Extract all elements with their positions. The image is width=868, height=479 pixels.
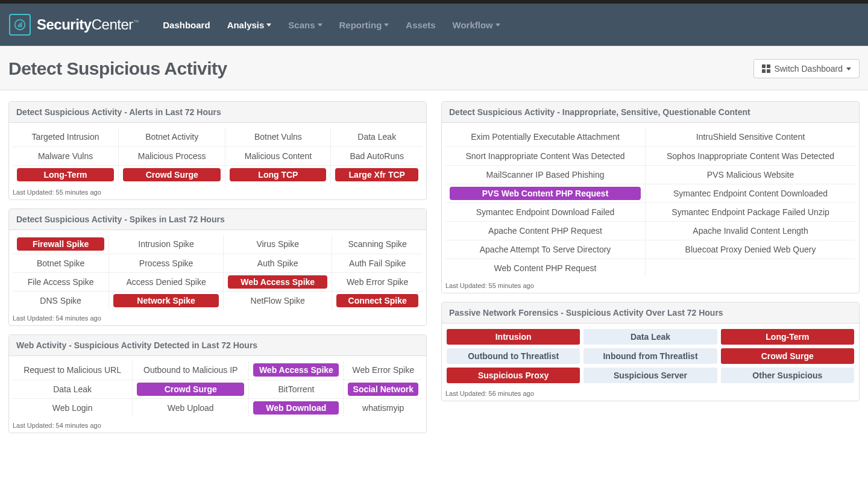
nav-assets[interactable]: Assets (406, 20, 435, 30)
grid-cell[interactable]: IntruShield Sensitive Content (646, 128, 855, 146)
nav-dashboard[interactable]: Dashboard (163, 20, 210, 30)
grid-cell[interactable]: Malicious Process (119, 146, 225, 165)
grid-cell[interactable]: Network Spike (109, 291, 224, 310)
forensics-chip[interactable]: Crowd Surge (721, 348, 854, 364)
alert-pill[interactable]: Long TCP (230, 168, 326, 181)
grid-cell[interactable]: Apache Content PHP Request (445, 221, 646, 240)
alert-pill[interactable]: Connect Spike (336, 294, 418, 307)
grid-cell[interactable]: Web Access Spike (224, 272, 332, 291)
grid-cell[interactable]: Request to Malicious URL (13, 361, 133, 380)
forensics-chip[interactable]: Outbound to Threatlist (447, 348, 580, 364)
alert-pill[interactable]: Crowd Surge (123, 168, 221, 181)
brand-logo[interactable]: SecurityCenter™ (9, 14, 139, 36)
navbar: SecurityCenter™ Dashboard Analysis Scans… (0, 4, 868, 46)
grid-cell[interactable]: File Access Spike (13, 272, 109, 291)
grid-cell[interactable]: NetFlow Spike (224, 291, 332, 310)
switch-dashboard-button[interactable]: Switch Dashboard (753, 59, 860, 78)
grid-cell[interactable]: Data Leak (13, 380, 133, 398)
forensics-chip[interactable]: Suspicious Proxy (447, 368, 580, 383)
grid-cell[interactable]: whatismyip (344, 398, 423, 417)
grid-cell[interactable]: Scanning Spike (332, 235, 423, 254)
nav-reporting[interactable]: Reporting (339, 20, 389, 30)
page-title: Detect Suspicious Activity (8, 58, 227, 79)
alert-pill[interactable]: Large Xfr TCP (335, 168, 418, 181)
grid-cell[interactable] (646, 258, 855, 277)
grid-cell[interactable]: Web Upload (133, 398, 249, 417)
forensics-chip[interactable]: Other Suspicious (721, 368, 854, 383)
forensics-chip[interactable]: Data Leak (583, 329, 717, 345)
grid-cell[interactable]: MailScanner IP Based Phishing (445, 165, 646, 184)
forensics-chip[interactable]: Inbound from Threatlist (583, 348, 717, 364)
alert-pill[interactable]: Social Network (348, 383, 418, 396)
grid-cell[interactable]: Connect Spike (332, 291, 423, 310)
grid-cell[interactable]: Apache Invalid Content Length (646, 221, 855, 240)
grid-cell[interactable]: Snort Inappropriate Content Was Detected (445, 146, 646, 165)
grid-cell[interactable]: Auth Fail Spike (332, 254, 423, 272)
nav-workflow[interactable]: Workflow (453, 20, 500, 30)
grid-cell[interactable]: Crowd Surge (133, 380, 249, 398)
grid-cell[interactable]: Apache Attempt To Serve Directory (445, 240, 646, 258)
grid-cell[interactable]: Data Leak (331, 128, 423, 146)
grid-cell[interactable]: PVS Malicious Website (646, 165, 855, 184)
grid-cell[interactable]: Outbound to Malicious IP (133, 361, 249, 380)
caret-icon (495, 23, 500, 27)
grid-cell[interactable]: Sophos Inappropriate Content Was Detecte… (646, 146, 855, 165)
grid-cell[interactable]: Web Content PHP Request (445, 258, 646, 277)
caret-icon (384, 23, 389, 27)
alert-pill[interactable]: Web Access Spike (253, 363, 339, 377)
panel-alerts: Detect Suspicious Activity - Alerts in L… (8, 101, 427, 200)
grid-cell[interactable]: Auth Spike (224, 254, 332, 272)
grid-cell[interactable]: Web Error Spike (332, 272, 423, 291)
grid-cell[interactable]: Web Error Spike (344, 361, 423, 380)
svg-rect-6 (762, 69, 766, 73)
svg-rect-7 (767, 69, 770, 73)
nav-scans[interactable]: Scans (288, 20, 322, 30)
last-updated: Last Updated: 54 minutes ago (9, 419, 426, 433)
grid-cell[interactable]: Virus Spike (224, 235, 332, 254)
grid-cell[interactable]: Long-Term (13, 165, 119, 184)
grid-cell[interactable]: Bluecoat Proxy Denied Web Query (646, 240, 855, 258)
grid-cell[interactable]: Botnet Spike (13, 254, 109, 272)
alert-pill[interactable]: Crowd Surge (137, 383, 244, 396)
grid-cell[interactable]: Access Denied Spike (109, 272, 224, 291)
alert-pill[interactable]: Web Access Spike (228, 275, 327, 289)
grid-cell[interactable]: Crowd Surge (119, 165, 225, 184)
grid-cell[interactable]: Botnet Activity (119, 128, 225, 146)
grid-cell[interactable]: Web Login (13, 398, 133, 417)
grid-cell[interactable]: Malicious Content (225, 146, 331, 165)
grid-cell[interactable]: Targeted Intrusion (13, 128, 119, 146)
alerts-grid: Targeted IntrusionBotnet ActivityBotnet … (13, 128, 423, 184)
nav-analysis-label: Analysis (227, 20, 265, 30)
grid-cell[interactable]: Symantec Endpoint Content Downloaded (646, 184, 855, 202)
nav-analysis[interactable]: Analysis (227, 20, 272, 30)
grid-cell[interactable]: Large Xfr TCP (331, 165, 423, 184)
grid-cell[interactable]: BitTorrent (249, 380, 344, 398)
spikes-grid: Firewall SpikeIntrusion SpikeVirus Spike… (13, 235, 423, 310)
grid-cell[interactable]: Bad AutoRuns (331, 146, 423, 165)
alert-pill[interactable]: Long-Term (17, 168, 114, 181)
grid-cell[interactable]: Firewall Spike (13, 235, 109, 254)
grid-cell[interactable]: Intrusion Spike (109, 235, 224, 254)
grid-cell[interactable]: Malware Vulns (13, 146, 119, 165)
grid-cell[interactable]: PVS Web Content PHP Request (445, 184, 646, 202)
grid-cell[interactable]: Web Download (249, 398, 344, 417)
svg-rect-4 (762, 64, 766, 68)
alert-pill[interactable]: Firewall Spike (17, 237, 104, 251)
grid-cell[interactable]: Web Access Spike (249, 361, 344, 380)
grid-cell[interactable]: DNS Spike (13, 291, 109, 310)
grid-cell[interactable]: Process Spike (109, 254, 224, 272)
grid-cell[interactable]: Symantec Endpoint Download Failed (445, 202, 646, 221)
alert-pill[interactable]: PVS Web Content PHP Request (450, 187, 641, 200)
grid-cell[interactable]: Botnet Vulns (225, 128, 331, 146)
grid-cell[interactable]: Social Network (344, 380, 423, 398)
grid-cell[interactable]: Symantec Endpoint Package Failed Unzip (646, 202, 855, 221)
forensics-chip[interactable]: Intrusion (447, 329, 580, 345)
forensics-chip[interactable]: Long-Term (721, 329, 854, 345)
last-updated: Last Updated: 55 minutes ago (9, 186, 426, 199)
alert-pill[interactable]: Web Download (253, 401, 339, 415)
alert-pill[interactable]: Network Spike (113, 294, 219, 307)
logo-icon (9, 14, 31, 36)
grid-cell[interactable]: Long TCP (225, 165, 331, 184)
forensics-chip[interactable]: Suspicious Server (583, 368, 717, 383)
grid-cell[interactable]: Exim Potentially Executable Attachment (445, 128, 646, 146)
